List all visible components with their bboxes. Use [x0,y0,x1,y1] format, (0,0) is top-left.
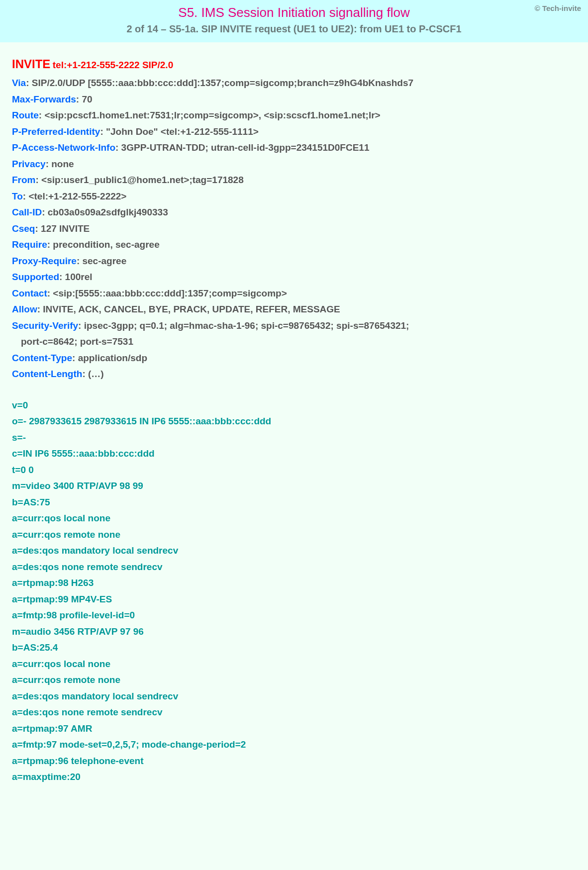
sip-header-value: 100rel [65,272,93,282]
sip-header-row: Contact: <sip:[5555::aaa:bbb:ccc:ddd]:13… [12,287,576,301]
sip-header-row: Call-ID: cb03a0s09a2sdfglkj490333 [12,205,576,220]
sip-header-row: Cseq: 127 INVITE [12,222,576,236]
sdp-line: m=video 3400 RTP/AVP 98 99 [12,479,576,493]
sip-header-name: Route [12,110,39,120]
sip-header-row: Via: SIP/2.0/UDP [5555::aaa:bbb:ccc:ddd]… [12,76,576,91]
sdp-line: s=- [12,431,576,445]
sip-header-value: SIP/2.0/UDP [5555::aaa:bbb:ccc:ddd]:1357… [32,78,413,88]
sdp-body: v=0o=- 2987933615 2987933615 IN IP6 5555… [12,398,576,784]
sip-header-name: Contact [12,288,47,298]
colon-separator: : [100,126,106,137]
sip-header-name: P-Preferred-Identity [12,126,100,137]
sip-header-value: <sip:user1_public1@home1.net>;tag=171828 [41,175,244,185]
colon-separator: : [46,159,52,169]
sip-header-name: Max-Forwards [12,94,76,104]
sip-header-continuation: port-c=8642; port-s=7531 [12,335,576,349]
sdp-line: a=curr:qos local none [12,657,576,672]
sdp-line: a=rtpmap:97 AMR [12,722,576,736]
colon-separator: : [42,207,48,217]
sip-header-row: Max-Forwards: 70 [12,93,576,107]
colon-separator: : [23,191,29,201]
page-header: © Tech-invite S5. IMS Session Initiation… [0,0,588,42]
colon-separator: : [59,272,65,282]
sip-header-row: From: <sip:user1_public1@home1.net>;tag=… [12,173,576,188]
sip-header-row: To: <tel:+1-212-555-2222> [12,190,576,204]
sip-headers: Via: SIP/2.0/UDP [5555::aaa:bbb:ccc:ddd]… [12,76,576,382]
colon-separator: : [35,223,41,234]
colon-separator: : [47,239,53,250]
sdp-line: a=curr:qos remote none [12,528,576,542]
sdp-line: b=AS:75 [12,495,576,510]
sip-header-name: Content-Type [12,353,72,363]
sdp-line: a=des:qos mandatory local sendrecv [12,689,576,704]
sdp-line: t=0 0 [12,463,576,478]
sip-header-name: Content-Length [12,369,82,379]
colon-separator: : [36,175,42,185]
colon-separator: : [39,110,45,120]
colon-separator: : [82,369,88,379]
sip-header-value: 127 INVITE [41,223,90,234]
sdp-line: a=fmtp:98 profile-level-id=0 [12,608,576,623]
sdp-line: v=0 [12,398,576,413]
sip-header-name: Via [12,78,26,88]
sip-header-name: Security-Verify [12,320,78,331]
sdp-line: a=maxptime:20 [12,770,576,784]
sip-header-value: <tel:+1-212-555-2222> [28,191,126,201]
sip-header-name: To [12,191,23,201]
sdp-line: m=audio 3456 RTP/AVP 97 96 [12,625,576,639]
colon-separator: : [72,353,78,363]
page-title: S5. IMS Session Initiation signalling fl… [10,5,578,20]
sdp-line: a=des:qos mandatory local sendrecv [12,544,576,558]
sip-header-value: "John Doe" <tel:+1-212-555-1111> [106,126,259,137]
copyright-label: © Tech-invite [535,4,581,12]
sip-header-name: Supported [12,272,59,282]
sip-header-row: Security-Verify: ipsec-3gpp; q=0.1; alg=… [12,319,576,333]
sip-header-name: Proxy-Require [12,256,77,266]
sdp-line: b=AS:25.4 [12,641,576,655]
sip-header-value: <sip:pcscf1.home1.net:7531;lr;comp=sigco… [44,110,380,120]
sip-header-value: none [51,159,74,169]
sip-header-row: Route: <sip:pcscf1.home1.net:7531;lr;com… [12,108,576,123]
sip-header-value: 3GPP-UTRAN-TDD; utran-cell-id-3gpp=23415… [121,142,370,153]
sdp-line: o=- 2987933615 2987933615 IN IP6 5555::a… [12,414,576,429]
page-subtitle: 2 of 14 – S5-1a. SIP INVITE request (UE1… [10,23,578,35]
sip-header-value: application/sdp [78,353,147,363]
sip-header-value: INVITE, ACK, CANCEL, BYE, PRACK, UPDATE,… [43,304,340,314]
sip-header-name: Call-ID [12,207,42,217]
sip-header-value: sec-agree [82,256,126,266]
sip-header-value: 70 [82,94,92,104]
sip-header-name: From [12,175,36,185]
sip-header-value: <sip:[5555::aaa:bbb:ccc:ddd]:1357;comp=s… [53,288,287,298]
sip-header-row: Content-Type: application/sdp [12,351,576,366]
colon-separator: : [115,142,121,153]
sdp-line: a=rtpmap:99 MP4V-ES [12,592,576,607]
request-line: INVITE tel:+1-212-555-2222 SIP/2.0 [12,57,576,71]
sip-message-body: INVITE tel:+1-212-555-2222 SIP/2.0 Via: … [0,42,588,806]
sdp-line: a=des:qos none remote sendrecv [12,560,576,575]
sip-header-row: Allow: INVITE, ACK, CANCEL, BYE, PRACK, … [12,302,576,317]
sdp-line: c=IN IP6 5555::aaa:bbb:ccc:ddd [12,447,576,461]
colon-separator: : [37,304,43,314]
sip-header-value: ipsec-3gpp; q=0.1; alg=hmac-sha-1-96; sp… [84,320,409,331]
colon-separator: : [76,94,82,104]
sdp-line: a=curr:qos local none [12,511,576,526]
colon-separator: : [47,288,53,298]
sip-header-row: Privacy: none [12,157,576,172]
sip-header-row: Require: precondition, sec-agree [12,238,576,252]
sdp-line: a=rtpmap:98 H263 [12,576,576,590]
sip-method: INVITE [12,57,50,71]
sip-header-row: P-Preferred-Identity: "John Doe" <tel:+1… [12,125,576,139]
sip-header-name: Allow [12,304,37,314]
colon-separator: : [26,78,32,88]
sip-header-name: Privacy [12,159,46,169]
sip-header-value: cb03a0s09a2sdfglkj490333 [48,207,168,217]
sip-header-row: Supported: 100rel [12,270,576,285]
colon-separator: : [77,256,83,266]
sip-header-row: P-Access-Network-Info: 3GPP-UTRAN-TDD; u… [12,141,576,155]
sdp-line: a=fmtp:97 mode-set=0,2,5,7; mode-change-… [12,738,576,752]
sip-header-row: Content-Length: (…) [12,367,576,382]
sip-header-name: Require [12,239,47,250]
sdp-line: a=rtpmap:96 telephone-event [12,754,576,769]
sip-header-value: (…) [88,369,104,379]
sdp-line: a=des:qos none remote sendrecv [12,705,576,720]
